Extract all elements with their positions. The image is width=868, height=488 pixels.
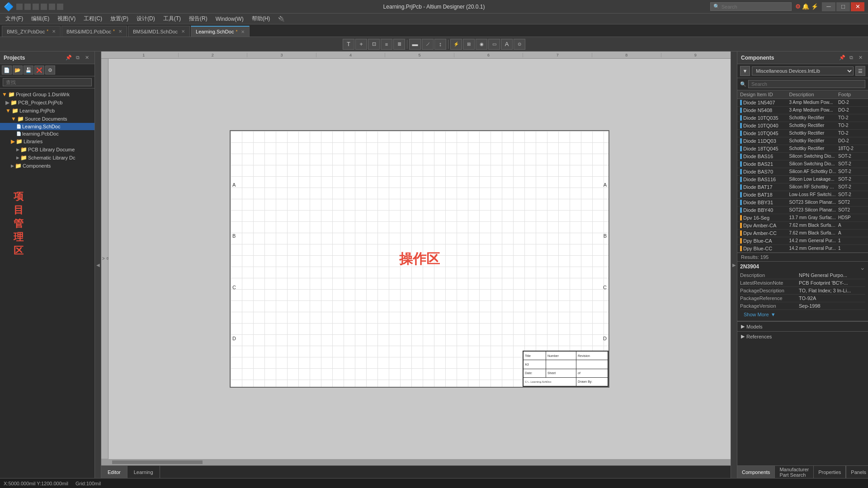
h-scroll-thumb[interactable] [112, 460, 203, 464]
comp-row-14[interactable]: Diode BBY40 SOT23 Silicon Planar... SOT2 [737, 206, 868, 214]
comp-row-15[interactable]: Dpv 16-Seg 13.7 mm Gray Surfac... HDSP [737, 214, 868, 222]
comp-row-11[interactable]: Diode BAT17 Silicon RF Schottky Di... SO… [737, 183, 868, 191]
comp-row-0[interactable]: Diode 1N5407 3 Amp Medium Pow... DO-2 [737, 99, 868, 107]
comp-row-2[interactable]: Diode 10TQ035 Schottky Rectifier TO-2 [737, 114, 868, 122]
tab-close-bms-zy[interactable]: ✕ [52, 29, 56, 34]
comp-row-6[interactable]: Diode 18TQ045 Schottky Rectifier 18TQ-2 [737, 145, 868, 153]
toolbar-circle-btn[interactable]: ◉ [476, 39, 487, 50]
title-search-bar[interactable]: 🔍 [710, 2, 792, 11]
comp-search-input[interactable] [748, 80, 865, 88]
settings-btn[interactable]: ⚙ [45, 66, 55, 75]
tab-bms-imd1-pcb[interactable]: BMS&IMD1.PcbDoc * ✕ [61, 26, 127, 37]
tab-bms-imd1-sch[interactable]: BMS&IMD1.SchDoc ✕ [128, 26, 190, 37]
toolbar-line-btn[interactable]: ▬ [409, 39, 421, 50]
toolbar-arrow-btn[interactable]: ↕ [434, 39, 446, 50]
right-panel-float-btn[interactable]: ⧉ [847, 54, 855, 62]
menu-item-project[interactable]: 工程(C) [80, 14, 106, 23]
minimize-button[interactable]: ─ [822, 2, 835, 11]
comp-row-19[interactable]: Dpy Blue-CC 14.2 mm General Pur... 1 [737, 245, 868, 253]
tree-item-learning-pcb[interactable]: 📄 learning.PcbDoc [0, 130, 94, 137]
tree-item-learning-prj[interactable]: ▼ 📁 Learning.PrjPcb [0, 107, 94, 115]
new-file-btn[interactable]: 📄 [2, 66, 12, 75]
tab-properties[interactable]: Properties [814, 466, 846, 478]
tree-item-learning-sch[interactable]: 📄 Learning.SchDoc [0, 123, 94, 130]
menu-item-edit[interactable]: 编辑(E) [28, 14, 53, 23]
toolbar-port-btn[interactable]: ⊙ [514, 39, 525, 50]
toolbar-wire-btn[interactable]: ⊡ [368, 39, 380, 50]
comp-filter-btn[interactable]: ▼ [740, 66, 750, 76]
save-btn[interactable]: 💾 [24, 66, 33, 75]
comp-menu-btn[interactable]: ☰ [855, 66, 865, 76]
toolbar-add-btn[interactable]: + [355, 39, 367, 50]
comp-row-8[interactable]: Diode BAS21 Silicon Switching Dio... SOT… [737, 160, 868, 168]
close-doc-btn[interactable]: ❌ [34, 66, 44, 75]
right-panel-collapse[interactable]: ▶ [731, 52, 737, 478]
comp-detail-expand-btn[interactable]: ⌄ [860, 264, 865, 271]
toolbar-label-btn[interactable]: A [501, 39, 513, 50]
tab-close-bms-imd1-pcb[interactable]: ✕ [118, 29, 122, 34]
right-panel-close-btn[interactable]: ✕ [856, 54, 864, 62]
comp-row-9[interactable]: Diode BAS70 Silicon AF Schottky D... SOT… [737, 168, 868, 176]
models-header[interactable]: ▶ Models [741, 324, 864, 329]
tab-manufacturer-search[interactable]: Manufacturer Part Search [775, 466, 814, 478]
toolbar-rect-btn[interactable]: ▭ [488, 39, 500, 50]
open-btn[interactable]: 📂 [13, 66, 23, 75]
menu-item-reports[interactable]: 报告(R) [185, 14, 211, 23]
comp-row-18[interactable]: Dpy Blue-CA 14.2 mm General Pur... 1 [737, 237, 868, 245]
menu-item-window[interactable]: Window(W) [212, 15, 247, 23]
comp-row-7[interactable]: Diode BAS16 Silicon Switching Dio... SOT… [737, 153, 868, 160]
tab-bms-zy[interactable]: BMS_ZY.PcbDoc * ✕ [2, 26, 61, 37]
right-panel-pin-btn[interactable]: 📌 [838, 54, 846, 62]
panels-button[interactable]: Panels [846, 466, 868, 478]
references-header[interactable]: ▶ References [741, 333, 864, 339]
tree-item-source-docs[interactable]: ▼ 📁 Source Documents [0, 115, 94, 123]
panel-pin-btn[interactable]: 📌 [65, 54, 73, 62]
tree-item-pcb-lib[interactable]: ▶ 📁 PCB Library Docume [0, 145, 94, 154]
comp-row-10[interactable]: Diode BAS116 Silicon Low Leakage... SOT-… [737, 176, 868, 183]
comp-row-4[interactable]: Diode 10TQ045 Schottky Rectifier TO-2 [737, 130, 868, 137]
comp-row-13[interactable]: Diode BBY31 SOT23 Silicon Planar... SOT2 [737, 199, 868, 206]
tree-item-pcb-project[interactable]: ▶ 📁 PCB_Project.PrjPcb [0, 99, 94, 107]
menu-item-tools[interactable]: 工具(T) [160, 14, 184, 23]
left-panel-collapse[interactable]: ◀ [95, 52, 101, 478]
panel-float-btn[interactable]: ⧉ [74, 54, 82, 62]
menu-item-help[interactable]: 帮助(H) [248, 14, 274, 23]
comp-row-3[interactable]: Diode 10TQ040 Schottky Rectifier TO-2 [737, 122, 868, 130]
menu-item-place[interactable]: 放置(P) [107, 14, 132, 23]
tree-item-libraries[interactable]: ▶ 📁 Libraries [0, 137, 94, 145]
comp-row-12[interactable]: Diode BAT18 Low-Loss RF Switchin... SOT-… [737, 191, 868, 199]
toolbar-power-btn[interactable]: ⚡ [450, 39, 462, 50]
schematic-canvas[interactable]: 操作区 Title Number Revision A3 [230, 130, 609, 388]
tab-learning[interactable]: Learning [127, 466, 160, 478]
comp-row-1[interactable]: Diode N5408 3 Amp Medium Pow... DO-2 [737, 107, 868, 114]
comp-row-17[interactable]: Dpv Amber-CC 7.62 mm Black Surfac... A [737, 230, 868, 237]
comp-row-5[interactable]: Diode 11DQ03 Schottky Rectifier DO-2 [737, 137, 868, 145]
menu-item-design[interactable]: 设计(D) [133, 14, 159, 23]
toolbar-grid-btn[interactable]: ⊞ [463, 39, 475, 50]
schematic-editor-area[interactable]: 操作区 Title Number Revision A3 [108, 59, 731, 459]
tree-item-sch-lib[interactable]: ▶ 📁 Schematic Library Dc [0, 154, 94, 162]
tab-close-learning-sch[interactable]: ✕ [241, 29, 245, 34]
menu-item-file[interactable]: 文件(F) [2, 14, 27, 23]
toolbar-bus-btn[interactable]: ≡ [381, 39, 392, 50]
tree-item-components[interactable]: ▶ 📁 Components [0, 162, 94, 170]
library-selector[interactable]: Miscellaneous Devices.IntLib [752, 66, 854, 75]
tab-components[interactable]: Components [737, 466, 775, 478]
tab-learning-sch[interactable]: Learning.SchDoc * ✕ [191, 26, 250, 37]
menu-item-view[interactable]: 视图(V) [54, 14, 79, 23]
close-button[interactable]: ✕ [851, 2, 864, 11]
show-more-btn[interactable]: Show More ▼ [740, 310, 865, 319]
toolbar-text-btn[interactable]: T [343, 39, 354, 50]
title-search-input[interactable] [722, 4, 780, 9]
project-search-input[interactable] [3, 78, 92, 86]
h-scrollbar[interactable] [101, 459, 731, 465]
comp-row-16[interactable]: Dpv Amber-CA 7.62 mm Black Surfac... A [737, 222, 868, 230]
maximize-button[interactable]: □ [836, 2, 850, 11]
toolbar-diag-btn[interactable]: ⟋ [422, 39, 434, 50]
tab-editor[interactable]: Editor [101, 466, 127, 478]
tab-close-bms-imd1-sch[interactable]: ✕ [181, 29, 185, 34]
menu-item-plugin[interactable]: 🔌 [274, 15, 288, 23]
panel-close-btn[interactable]: ✕ [83, 54, 91, 62]
tree-item-project-group[interactable]: ▼ 📁 Project Group 1.DsnWrk [0, 90, 94, 99]
toolbar-net-btn[interactable]: ≣ [393, 39, 405, 50]
